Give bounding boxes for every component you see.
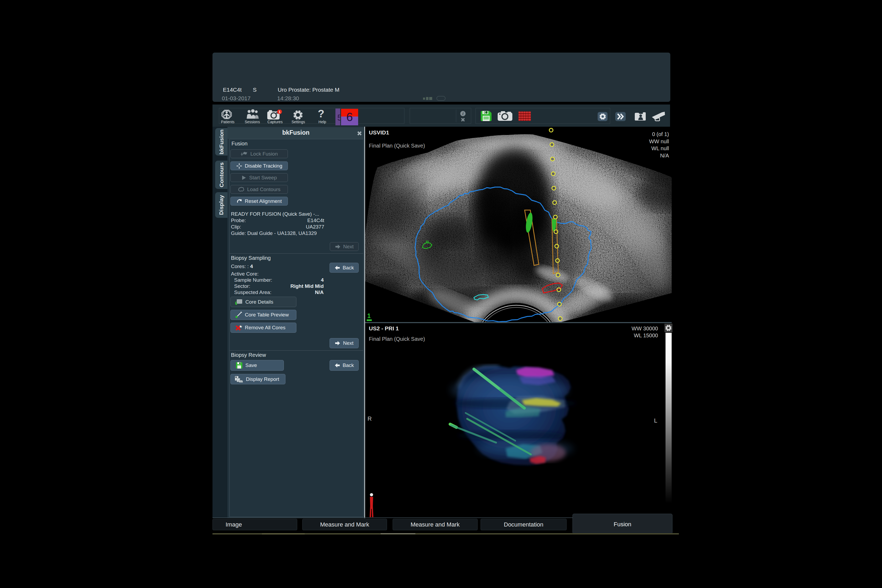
svg-text:D: D (484, 111, 486, 114)
svg-text:1: 1 (279, 110, 280, 114)
